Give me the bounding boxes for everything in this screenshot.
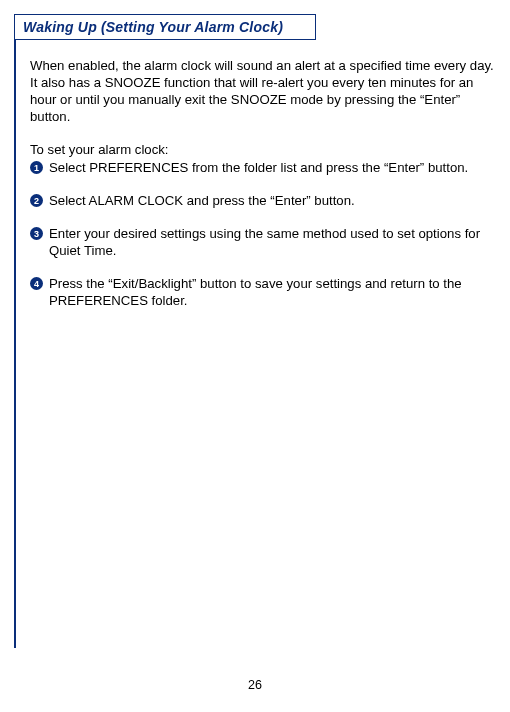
page: Waking Up (Setting Your Alarm Clock) Whe…	[0, 0, 510, 712]
svg-text:4: 4	[34, 279, 39, 289]
page-number: 26	[0, 678, 510, 692]
step-3-text: Enter your desired settings using the sa…	[49, 226, 502, 260]
lead-in-text: To set your alarm clock:	[30, 142, 502, 159]
step-4-icon: 4	[30, 277, 43, 290]
step-3: 3 Enter your desired settings using the …	[30, 226, 502, 260]
step-2-icon: 2	[30, 194, 43, 207]
step-1-icon: 1	[30, 161, 43, 174]
vertical-rule	[14, 26, 16, 648]
svg-text:1: 1	[34, 163, 39, 173]
step-3-icon: 3	[30, 227, 43, 240]
svg-text:2: 2	[34, 196, 39, 206]
step-4: 4 Press the “Exit/Backlight” button to s…	[30, 276, 502, 310]
intro-paragraph: When enabled, the alarm clock will sound…	[30, 58, 502, 126]
step-1-text: Select PREFERENCES from the folder list …	[49, 160, 502, 177]
section-title: Waking Up (Setting Your Alarm Clock)	[23, 19, 283, 35]
section-header-box: Waking Up (Setting Your Alarm Clock)	[14, 14, 316, 40]
step-1: 1 Select PREFERENCES from the folder lis…	[30, 160, 502, 177]
content-area: When enabled, the alarm clock will sound…	[30, 58, 502, 310]
svg-text:3: 3	[34, 229, 39, 239]
step-2: 2 Select ALARM CLOCK and press the “Ente…	[30, 193, 502, 210]
step-2-text: Select ALARM CLOCK and press the “Enter”…	[49, 193, 502, 210]
header-wrap: Waking Up (Setting Your Alarm Clock)	[14, 14, 510, 40]
step-4-text: Press the “Exit/Backlight” button to sav…	[49, 276, 502, 310]
